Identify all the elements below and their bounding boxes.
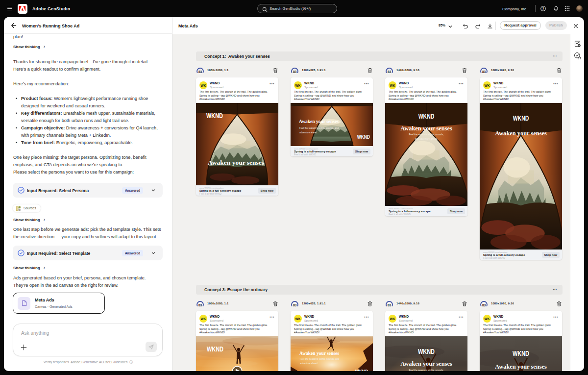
svg-text:83: 83 (293, 70, 297, 74)
svg-text:Awaken your senses: Awaken your senses (208, 159, 264, 166)
svg-text:WKND: WKND (355, 369, 368, 371)
svg-text:Feel the season’s sights, soun: Feel the season’s sights, sounds, (409, 369, 444, 371)
svg-text:WKND: WKND (418, 347, 435, 355)
svg-text:Awaken your senses: Awaken your senses (495, 130, 547, 137)
svg-text:Awaken your senses: Awaken your senses (495, 363, 547, 370)
svg-text:WKND: WKND (357, 134, 370, 140)
svg-text:adventure ahead.: adventure ahead. (299, 131, 318, 134)
svg-text:83: 83 (388, 70, 392, 74)
svg-text:WKND: WKND (418, 113, 435, 121)
svg-text:Awaken your senses: Awaken your senses (400, 125, 452, 132)
svg-text:Awaken your senses: Awaken your senses (400, 360, 452, 367)
svg-text:WKND: WKND (513, 115, 529, 123)
svg-text:83: 83 (482, 303, 486, 307)
svg-text:adventure ahead.: adventure ahead. (300, 362, 318, 365)
svg-text:83: 83 (198, 70, 202, 74)
svg-text:83: 83 (388, 303, 392, 307)
svg-text:WKND: WKND (513, 349, 529, 357)
svg-text:Feel the season’s sights, soun: Feel the season’s sights, sounds, and (299, 127, 339, 129)
svg-text:WKND: WKND (207, 345, 223, 353)
svg-text:83: 83 (482, 70, 486, 74)
svg-text:83: 83 (198, 303, 202, 307)
svg-text:Feel the season’s sights, soun: Feel the season’s sights, sounds, (409, 133, 444, 136)
svg-text:83: 83 (293, 303, 297, 307)
svg-text:?: ? (542, 7, 544, 10)
svg-text:Awaken your senses: Awaken your senses (299, 351, 339, 356)
svg-text:WKND: WKND (206, 111, 223, 120)
svg-text:and adventure ahead.: and adventure ahead. (415, 138, 438, 140)
svg-text:Feel the season’s sights, soun: Feel the season’s sights, sounds, and (300, 358, 340, 360)
svg-text:Awaken your senses: Awaken your senses (299, 119, 339, 124)
